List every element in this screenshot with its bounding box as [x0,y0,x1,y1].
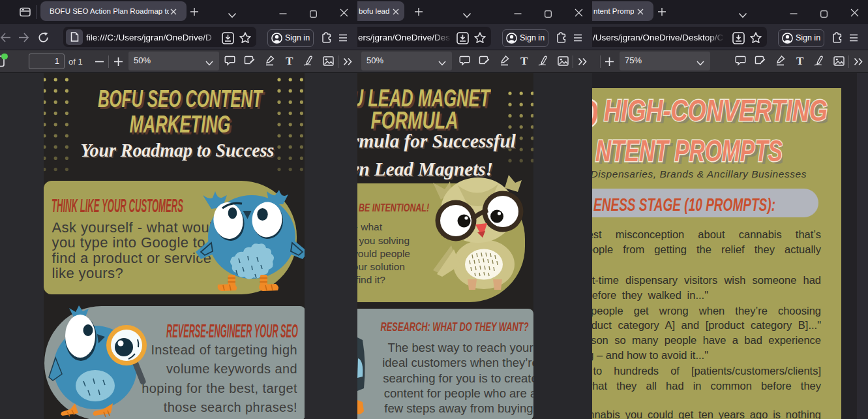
svg-text:HIGH-CONVERTING: HIGH-CONVERTING [604,93,828,127]
svg-text:BE INTENTIONAL!: BE INTENTIONAL! [359,202,430,213]
svg-text:ENESS STAGE (10 PROMPTS):: ENESS STAGE (10 PROMPTS): [593,194,775,214]
svg-text:RESEARCH: WHAT DO THEY WANT?: RESEARCH: WHAT DO THEY WANT? [381,320,529,333]
svg-text:MARKETING: MARKETING [130,111,231,137]
svg-text:REVERSE-ENGINEER YOUR SEO: REVERSE-ENGINEER YOUR SEO [166,321,298,341]
svg-text:NTENT PROMPTS: NTENT PROMPTS [595,134,783,167]
svg-text:Formula for Successful: Formula for Successful [357,130,516,151]
svg-text:BOFU SEO CONTENT: BOFU SEO CONTENT [98,85,263,112]
svg-text:Your Roadmap to Success: Your Roadmap to Success [81,139,275,161]
svg-text:THINK LIKE YOUR CUSTOMERS: THINK LIKE YOUR CUSTOMERS [52,196,183,215]
